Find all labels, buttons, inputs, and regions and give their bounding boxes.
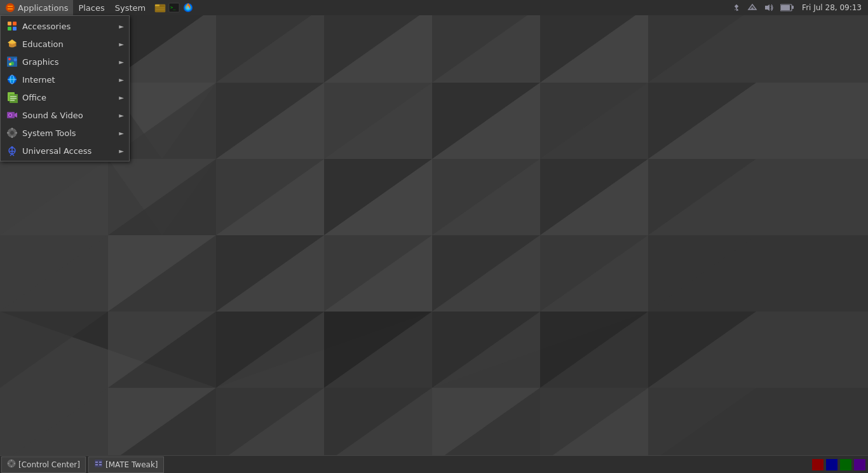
color-swatch-2 [826,459,837,470]
volume-icon[interactable] [761,0,776,15]
universal-access-icon [6,144,18,157]
panel-right: Fri Jul 28, 09:13 [729,0,868,15]
svg-point-129 [10,114,11,116]
svg-rect-147 [14,463,15,464]
svg-rect-109 [13,27,17,31]
bottom-panel: [Control Center] [MATE Tweak] [0,455,868,473]
svg-rect-108 [8,27,11,31]
svg-rect-134 [7,132,9,134]
svg-rect-124 [10,98,17,99]
menu-item-education[interactable]: Education ► [1,35,129,53]
datetime-display[interactable]: Fri Jul 28, 09:13 [798,0,865,15]
applications-label: Applications [18,3,68,13]
accessories-arrow: ► [119,23,124,30]
terminal-icon[interactable]: >_ [167,1,181,15]
sound-video-label: Sound & Video [22,111,119,120]
mate-tweak-label: [MATE Tweak] [105,460,158,469]
graphics-label: Graphics [22,57,119,67]
svg-rect-105 [781,5,790,10]
taskbar-control-center[interactable]: [Control Center] [1,456,86,473]
svg-marker-88 [648,388,868,455]
system-tools-icon [6,127,18,139]
sound-video-icon [6,109,18,121]
svg-point-115 [14,58,17,62]
applications-dropdown-menu: Accessories ► Education ► Graphics ► [0,15,130,161]
svg-marker-36 [0,159,108,235]
system-label: System [115,3,146,13]
graphics-arrow: ► [119,58,124,65]
svg-rect-104 [792,6,794,9]
menu-item-accessories[interactable]: Accessories ► [1,17,129,35]
svg-rect-92 [156,8,165,8]
education-arrow: ► [119,41,124,48]
system-menu-button[interactable]: System [110,0,151,15]
svg-rect-150 [99,462,102,463]
office-label: Office [22,93,119,102]
svg-point-131 [10,131,14,135]
firefox-icon[interactable] [181,1,195,15]
menu-item-sound-video[interactable]: Sound & Video ► [1,106,129,124]
menu-item-universal-access[interactable]: Universal Access ► [1,142,129,160]
desktop [0,15,868,455]
svg-marker-127 [15,113,17,118]
svg-marker-60 [648,235,868,312]
svg-rect-149 [95,462,98,463]
svg-rect-106 [8,22,11,25]
svg-rect-145 [11,466,12,467]
taskbar-mate-tweak[interactable]: [MATE Tweak] [88,456,164,473]
graphics-icon [6,55,18,68]
universal-access-label: Universal Access [22,146,119,156]
system-tools-arrow: ► [119,130,124,137]
svg-rect-144 [11,460,12,461]
menu-item-graphics[interactable]: Graphics ► [1,53,129,71]
top-panel: Applications Places System >_ [0,0,868,15]
internet-arrow: ► [119,76,124,83]
file-manager-icon[interactable] [153,1,167,15]
battery-icon[interactable] [778,0,797,15]
places-label: Places [78,3,104,13]
svg-rect-91 [155,4,159,6]
panel-left: Applications Places System >_ [0,0,195,15]
svg-rect-133 [11,136,13,138]
svg-point-143 [10,462,13,465]
education-icon [6,38,18,50]
svg-line-140 [10,154,12,156]
svg-rect-111 [15,43,17,46]
svg-rect-135 [15,132,17,134]
svg-rect-107 [13,22,17,25]
color-swatch-4 [854,459,865,470]
menu-item-system-tools[interactable]: System Tools ► [1,124,129,142]
mate-tweak-icon [94,459,103,470]
svg-rect-93 [156,10,165,10]
applications-menu-button[interactable]: Applications [0,0,73,15]
office-arrow: ► [119,94,124,101]
office-icon [6,91,18,104]
education-label: Education [22,39,119,49]
control-center-icon [7,459,16,470]
datetime-text: Fri Jul 28, 09:13 [802,3,862,12]
menu-item-office[interactable]: Office ► [1,88,129,106]
svg-rect-132 [11,128,13,130]
color-swatch-3 [840,459,851,470]
places-menu-button[interactable]: Places [73,0,109,15]
svg-marker-102 [765,4,770,11]
accessories-icon [6,20,18,32]
svg-line-141 [12,154,14,156]
applications-icon [5,3,15,13]
svg-rect-151 [95,464,98,465]
internet-label: Internet [22,75,119,85]
svg-point-116 [9,63,11,65]
sound-video-arrow: ► [119,112,124,119]
svg-point-113 [8,58,11,60]
svg-rect-152 [99,464,102,465]
bluetooth-icon[interactable] [729,0,743,15]
svg-rect-148 [95,460,102,467]
system-tools-label: System Tools [22,128,119,138]
control-center-label: [Control Center] [18,460,80,469]
network-icon[interactable] [745,0,760,15]
svg-text:>_: >_ [170,5,176,10]
menu-item-internet[interactable]: Internet ► [1,71,129,88]
internet-icon [6,73,18,86]
taskbar-right [812,459,868,470]
universal-access-arrow: ► [119,147,124,154]
